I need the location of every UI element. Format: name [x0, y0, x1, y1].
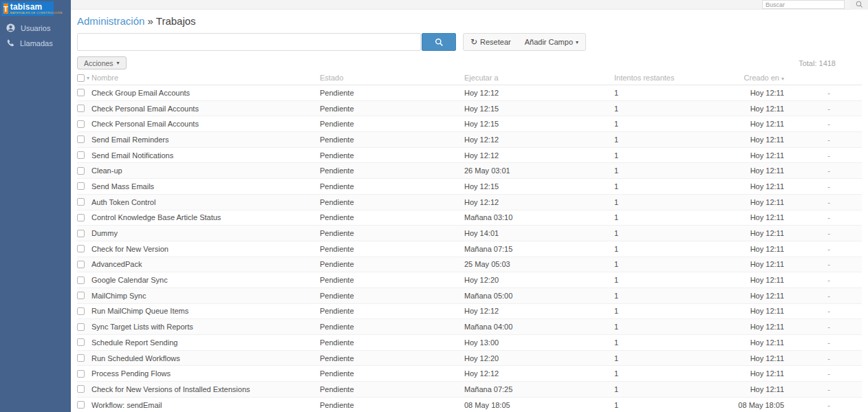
table-row[interactable]: AdvancedPack Pendiente 25 May 05:03 1 Ho… — [77, 257, 862, 273]
job-extra: - — [784, 120, 862, 128]
table-row[interactable]: Workflow: sendEmail Pendiente 08 May 18:… — [77, 398, 862, 412]
job-status: Pendiente — [320, 182, 464, 191]
job-extra: - — [784, 323, 862, 331]
actions-button[interactable]: Acciones ▾ — [77, 56, 127, 69]
column-header-nombre[interactable]: Nombre — [91, 74, 320, 82]
row-checkbox[interactable] — [77, 370, 85, 378]
table-row[interactable]: Send Email Reminders Pendiente Hoy 12:12… — [77, 132, 862, 148]
table-row[interactable]: Check for New Versions of Installed Exte… — [77, 382, 862, 398]
column-header-creado-label: Creado en — [744, 74, 779, 82]
breadcrumb-separator: » — [148, 15, 153, 27]
row-checkbox[interactable] — [77, 385, 85, 393]
row-checkbox[interactable] — [77, 230, 85, 237]
reset-button[interactable]: ↻ Resetear — [464, 34, 518, 50]
job-attempts: 1 — [614, 385, 695, 393]
job-status: Pendiente — [320, 105, 464, 113]
table-row[interactable]: Check for New Version Pendiente Mañana 0… — [77, 241, 862, 257]
select-all-checkbox[interactable] — [77, 74, 85, 82]
global-search-input[interactable] — [762, 0, 845, 9]
table-row[interactable]: Control Knowledge Base Article Status Pe… — [77, 210, 862, 226]
table-row[interactable]: Process Pending Flows Pendiente Hoy 12:1… — [77, 366, 862, 382]
app-logo[interactable]: T tabisam MATERIALES DE CONSTRUCCIÓN — [1, 1, 54, 16]
job-created-at: Hoy 12:11 — [695, 135, 784, 144]
row-checkbox[interactable] — [77, 354, 85, 362]
job-attempts: 1 — [614, 307, 695, 315]
search-icon — [435, 38, 444, 47]
sidebar: T tabisam MATERIALES DE CONSTRUCCIÓN Usu… — [0, 0, 71, 412]
column-header-estado[interactable]: Estado — [320, 74, 464, 82]
row-checkbox[interactable] — [77, 105, 85, 112]
job-attempts: 1 — [614, 401, 695, 409]
row-checkbox[interactable] — [77, 135, 85, 143]
table-row[interactable]: Check Personal Email Accounts Pendiente … — [77, 101, 862, 117]
table-row[interactable]: Dummy Pendiente Hoy 14:01 1 Hoy 12:11 - — [77, 226, 862, 241]
list-search-button[interactable] — [422, 33, 456, 51]
row-checkbox[interactable] — [77, 120, 85, 128]
job-attempts: 1 — [614, 182, 695, 191]
row-checkbox[interactable] — [77, 198, 85, 206]
table-row[interactable]: Send Email Notifications Pendiente Hoy 1… — [77, 148, 862, 164]
job-run-at: Hoy 12:12 — [464, 135, 614, 144]
column-header-creado[interactable]: Creado en▾ — [695, 74, 784, 82]
table-row[interactable]: Sync Target Lists with Reports Pendiente… — [77, 319, 862, 335]
global-search-button[interactable] — [850, 0, 868, 10]
job-created-at: 08 May 18:05 — [695, 401, 784, 409]
column-header-intentos[interactable]: Intentos restantes — [614, 74, 695, 82]
sidebar-item-usuarios[interactable]: Usuarios — [0, 20, 71, 36]
job-name: Google Calendar Sync — [91, 276, 320, 284]
table-row[interactable]: MailChimp Sync Pendiente Mañana 05:00 1 … — [77, 288, 862, 304]
row-checkbox[interactable] — [77, 214, 85, 221]
breadcrumb-section-link[interactable]: Administración — [77, 15, 144, 27]
job-extra: - — [784, 292, 862, 300]
row-checkbox[interactable] — [77, 182, 85, 190]
job-attempts: 1 — [614, 166, 695, 175]
row-checkbox[interactable] — [77, 401, 85, 409]
job-run-at: Hoy 12:12 — [464, 307, 614, 315]
row-checkbox[interactable] — [77, 292, 85, 299]
add-field-button[interactable]: Añadir Campo ▾ — [518, 34, 585, 50]
job-attempts: 1 — [614, 338, 695, 347]
table-row[interactable]: Check Group Email Accounts Pendiente Hoy… — [77, 85, 862, 101]
job-status: Pendiente — [320, 213, 464, 221]
job-run-at: Hoy 14:01 — [464, 229, 614, 237]
row-checkbox[interactable] — [77, 307, 85, 315]
table-row[interactable]: Check Personal Email Accounts Pendiente … — [77, 116, 862, 132]
row-checkbox[interactable] — [77, 167, 85, 175]
job-extra: - — [784, 385, 862, 393]
row-checkbox[interactable] — [77, 245, 85, 252]
job-run-at: Hoy 12:20 — [464, 276, 614, 284]
job-run-at: 08 May 18:05 — [464, 401, 614, 409]
job-status: Pendiente — [320, 260, 464, 268]
table-row[interactable]: Schedule Report Sending Pendiente Hoy 13… — [77, 335, 862, 351]
job-attempts: 1 — [614, 245, 695, 253]
row-checkbox[interactable] — [77, 323, 85, 331]
job-status: Pendiente — [320, 276, 464, 284]
table-row[interactable]: Send Mass Emails Pendiente Hoy 12:15 1 H… — [77, 179, 862, 195]
row-checkbox[interactable] — [77, 151, 85, 159]
brand-name: tabisam — [10, 3, 63, 11]
add-field-label: Añadir Campo — [525, 38, 573, 46]
job-run-at: Hoy 12:12 — [464, 369, 614, 378]
table-row[interactable]: Clean-up Pendiente 26 May 03:01 1 Hoy 12… — [77, 163, 862, 179]
column-header-ejecutar[interactable]: Ejecutar a — [464, 74, 614, 82]
caret-down-icon[interactable]: ▾ — [87, 75, 89, 81]
job-name: Auth Token Control — [91, 198, 320, 206]
logo-t-icon: T — [3, 3, 8, 14]
table-row[interactable]: Google Calendar Sync Pendiente Hoy 12:20… — [77, 272, 862, 288]
job-created-at: Hoy 12:11 — [695, 105, 784, 113]
table-row[interactable]: Run MailChimp Queue Items Pendiente Hoy … — [77, 304, 862, 320]
job-name: Dummy — [91, 229, 320, 237]
job-created-at: Hoy 12:11 — [695, 166, 784, 175]
job-created-at: Hoy 12:11 — [695, 369, 784, 378]
table-row[interactable]: Auth Token Control Pendiente Hoy 12:12 1… — [77, 195, 862, 210]
list-search-input[interactable] — [77, 33, 421, 51]
row-checkbox[interactable] — [77, 277, 85, 284]
sidebar-item-llamadas[interactable]: Llamadas — [0, 36, 71, 51]
job-extra: - — [784, 369, 862, 378]
table-row[interactable]: Run Scheduled Workflows Pendiente Hoy 12… — [77, 351, 862, 367]
row-checkbox[interactable] — [77, 261, 85, 268]
row-checkbox[interactable] — [77, 338, 85, 346]
job-name: Send Email Notifications — [91, 151, 320, 160]
main-content: Administración » Trabajos ↻ Resetear Aña… — [71, 10, 868, 412]
row-checkbox[interactable] — [77, 89, 85, 96]
